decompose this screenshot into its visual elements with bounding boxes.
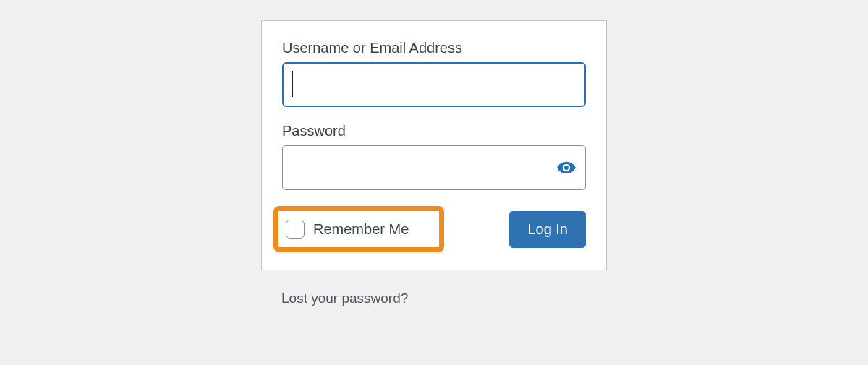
username-label: Username or Email Address (282, 40, 586, 56)
lost-password-link[interactable]: Lost your password? (261, 291, 607, 306)
eye-icon (556, 158, 576, 178)
username-group: Username or Email Address (282, 40, 586, 107)
login-button[interactable]: Log In (509, 211, 586, 248)
password-input-wrap (282, 145, 586, 190)
password-group: Password (282, 123, 586, 190)
form-footer-row: Remember Me Log In (282, 206, 586, 252)
remember-me-checkbox[interactable] (286, 220, 305, 239)
username-input[interactable] (282, 62, 586, 107)
remember-me-highlight: Remember Me (273, 206, 444, 252)
remember-me-label[interactable]: Remember Me (313, 221, 409, 238)
text-caret (292, 71, 293, 97)
username-input-wrap (282, 62, 586, 107)
password-label: Password (282, 123, 586, 139)
show-password-button[interactable] (554, 155, 579, 180)
login-form: Username or Email Address Password Remem… (261, 20, 607, 270)
password-input[interactable] (282, 145, 586, 190)
